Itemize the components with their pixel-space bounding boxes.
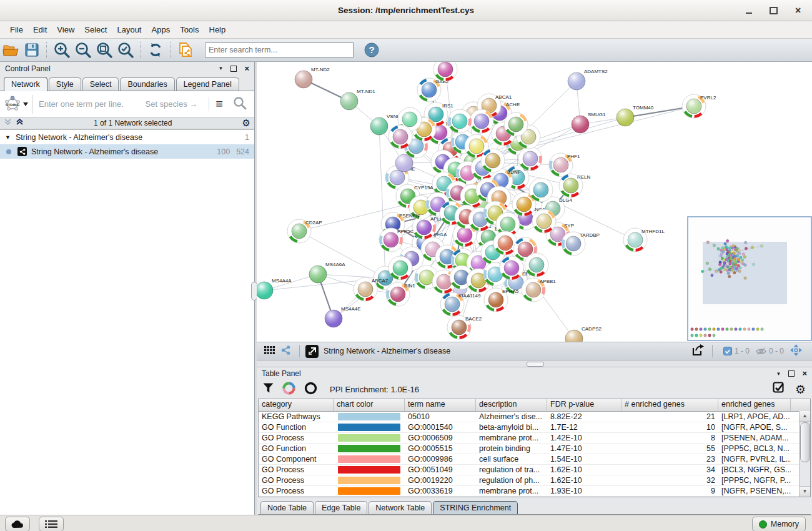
save-session-icon[interactable] (22, 41, 41, 59)
string-logo[interactable]: STRING (4, 95, 32, 114)
column-header-term-name[interactable]: term name (405, 399, 476, 411)
table-row[interactable]: GO ProcessGO:0050435beta-amyloid m...2.0… (259, 497, 810, 497)
menu-item-file[interactable]: File (5, 22, 28, 37)
network-canvas[interactable]: MT-ND2MT-ND1VSNL1GAB2ADAMTS2PVRL2TOMM40S… (257, 62, 812, 342)
column-header-enriched-genes[interactable]: enriched genes (718, 399, 791, 411)
scroll-down-icon[interactable]: ▼ (800, 486, 810, 497)
menu-item-select[interactable]: Select (79, 22, 112, 37)
panel-menu-caret-icon[interactable]: ▼ (776, 371, 781, 377)
network-panel-gear-icon[interactable]: ⚙ (242, 119, 250, 127)
column-header-chart-color[interactable]: chart color (334, 399, 405, 411)
menu-item-layout[interactable]: Layout (112, 22, 146, 37)
network-node-n88[interactable] (525, 253, 548, 277)
collapse-all-icon[interactable] (4, 118, 12, 128)
network-node-APBB1[interactable]: APBB1 (522, 278, 556, 302)
panel-close-icon[interactable]: × (802, 370, 807, 377)
network-node-MS4A4A[interactable]: MS4A4A (257, 278, 292, 299)
birds-eye-view[interactable] (688, 217, 811, 340)
column-header-description[interactable]: description (476, 399, 547, 411)
network-node-MT-ND1[interactable]: MT-ND1 (340, 89, 375, 110)
network-node-PHF1[interactable]: PHF1 (549, 153, 580, 177)
network-from-clipboard-icon[interactable] (176, 41, 195, 59)
network-node-SMUG1[interactable]: SMUG1 (572, 112, 606, 133)
zoom-selected-icon[interactable] (116, 41, 135, 59)
table-row[interactable]: GO ProcessGO:0019220regulation of ph...1… (259, 475, 810, 486)
expand-all-icon[interactable] (16, 118, 24, 128)
column-header--enriched-genes[interactable]: # enriched genes (621, 399, 718, 411)
panel-float-icon[interactable] (230, 66, 237, 72)
table-settings-gear-icon[interactable]: ⚙ (795, 382, 806, 397)
refresh-icon[interactable] (146, 41, 165, 59)
panel-float-icon[interactable] (788, 370, 795, 377)
network-node-BIN1[interactable]: BIN1 (386, 282, 415, 306)
grid-view-icon[interactable] (262, 346, 277, 356)
scrollbar-thumb[interactable] (800, 422, 810, 462)
search-input[interactable] (205, 42, 354, 57)
menu-item-edit[interactable]: Edit (28, 22, 52, 37)
table-row[interactable]: GO FunctionGO:0001540beta-amyloid bi...1… (259, 422, 810, 433)
tab-string-enrichment[interactable]: STRING Enrichment (433, 501, 518, 514)
menu-item-apps[interactable]: Apps (147, 22, 176, 37)
open-in-new-window-icon[interactable] (305, 345, 319, 358)
network-node-MTHFD1L[interactable]: MTHFD1L (623, 228, 665, 252)
memory-button[interactable]: Memory (752, 517, 806, 531)
open-file-icon[interactable] (1, 41, 20, 59)
network-collection-row[interactable]: ▼ String Network - Alzheimer's disease 1 (0, 130, 254, 144)
network-node-MS4A6A[interactable]: MS4A6A (309, 262, 345, 283)
network-node-ADAMTS2[interactable]: ADAMTS2 (568, 69, 608, 90)
tab-edge-table[interactable]: Edge Table (315, 501, 367, 514)
tab-style[interactable]: Style (49, 77, 81, 91)
table-row[interactable]: GO FunctionGO:0005515protein binding1.47… (259, 444, 810, 454)
table-row[interactable]: GO ProcessGO:0006509membrane prot...1.42… (259, 433, 810, 444)
tree-expand-icon[interactable]: ▼ (5, 134, 11, 141)
network-node-n99[interactable] (504, 112, 528, 136)
network-node-CADPS2[interactable]: CADPS2 (565, 326, 602, 342)
network-node-n97[interactable] (448, 109, 472, 133)
tab-network[interactable]: Network (4, 77, 47, 91)
splitter-grip[interactable] (527, 362, 544, 367)
network-node-n59[interactable] (481, 149, 505, 172)
table-row[interactable]: KEGG Pathways05010Alzheimer's dise...8.8… (259, 412, 810, 422)
birds-eye-toggle-icon[interactable] (790, 344, 802, 358)
tab-select[interactable]: Select (82, 77, 119, 91)
network-node-BACE2[interactable]: BACE2 (447, 315, 482, 339)
network-node-n96[interactable] (470, 109, 493, 133)
horizontal-splitter[interactable] (257, 360, 812, 367)
network-row[interactable]: String Network - Alzheimer's disease 100… (0, 144, 254, 159)
zoom-in-icon[interactable] (52, 41, 71, 59)
network-node-CD2AP[interactable]: CD2AP (287, 219, 322, 243)
tab-legend-panel[interactable]: Legend Panel (176, 77, 239, 91)
tab-node-table[interactable]: Node Table (260, 501, 314, 514)
table-row[interactable]: GO ProcessGO:0051049regulation of tra...… (259, 465, 810, 475)
string-query-placeholder[interactable]: Enter one term per line. (32, 99, 146, 109)
table-row[interactable]: GO ProcessGO:0033619membrane prot...1.93… (259, 486, 810, 497)
network-node-n86[interactable] (389, 256, 412, 280)
filter-icon[interactable] (263, 383, 274, 395)
table-scrollbar[interactable]: ▲ ▼ (799, 411, 810, 497)
column-header-FDR-p-value[interactable]: FDR p-value (547, 399, 621, 411)
panel-menu-caret-icon[interactable]: ▼ (218, 66, 223, 71)
scroll-up-icon[interactable]: ▲ (800, 411, 810, 422)
tab-network-table[interactable]: Network Table (369, 501, 432, 514)
menu-item-view[interactable]: View (52, 22, 79, 37)
network-node-EPHA5[interactable]: EPHA5 (484, 288, 519, 312)
network-node-n94[interactable] (500, 256, 523, 280)
network-node-GAB2[interactable]: GAB2 (417, 78, 449, 102)
zoom-fit-icon[interactable] (95, 41, 114, 59)
tab-boundaries[interactable]: Boundaries (120, 77, 174, 91)
close-button[interactable]: × (795, 6, 803, 14)
minimize-button[interactable] (746, 7, 752, 14)
maximize-button[interactable] (770, 7, 778, 14)
string-options-icon[interactable]: ≡ (209, 97, 229, 111)
panel-close-icon[interactable]: × (244, 66, 249, 72)
network-node-n80[interactable] (389, 125, 412, 149)
network-node-n83[interactable] (529, 178, 553, 202)
column-header-category[interactable]: category (259, 399, 334, 411)
remove-chart-icon[interactable] (304, 382, 317, 397)
string-search-icon[interactable] (229, 96, 250, 112)
network-node-n84[interactable] (532, 209, 556, 233)
table-row[interactable]: GO ComponentGO:0009986cell surface1.54E-… (259, 454, 810, 465)
cloud-button[interactable] (5, 517, 30, 531)
network-node-PVRL2[interactable]: PVRL2 (682, 94, 716, 118)
task-list-button[interactable] (39, 517, 64, 531)
